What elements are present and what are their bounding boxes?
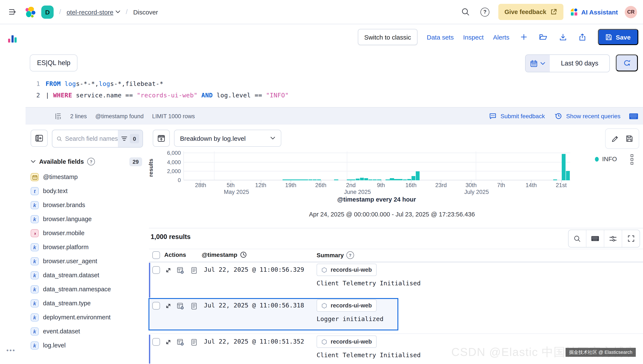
- space-badge[interactable]: D: [41, 5, 54, 18]
- field-list-item[interactable]: kdata_stream.namespace: [31, 282, 146, 296]
- histogram-bar[interactable]: [287, 180, 291, 180]
- data-sets-link[interactable]: Data sets: [427, 34, 454, 40]
- legend-options-icon[interactable]: [631, 154, 633, 164]
- code-line[interactable]: 2| WHERE service.name == "records-ui-web…: [26, 89, 643, 101]
- code-line[interactable]: 1FROM logs-*-*,logs-*,filebeat-*: [26, 78, 643, 89]
- view-document-icon[interactable]: [191, 267, 197, 274]
- keyboard-icon[interactable]: [629, 113, 638, 119]
- field-list-item[interactable]: kdata_stream.type: [31, 296, 146, 310]
- histogram-bar[interactable]: [390, 178, 394, 180]
- expand-row-icon[interactable]: [165, 339, 171, 345]
- degraded-doc-icon[interactable]: [177, 303, 184, 310]
- expand-row-icon[interactable]: [165, 303, 171, 309]
- esql-editor[interactable]: 1FROM logs-*-*,logs-*,filebeat-*2| WHERE…: [26, 78, 643, 107]
- row-checkbox[interactable]: [152, 338, 160, 346]
- histogram-bar[interactable]: [566, 171, 570, 180]
- histogram-bar[interactable]: [291, 180, 295, 180]
- save-visualization-button[interactable]: [624, 134, 634, 143]
- grid-search-button[interactable]: [568, 230, 586, 247]
- histogram-bar[interactable]: [562, 154, 566, 180]
- expand-row-icon[interactable]: [165, 267, 171, 274]
- field-filter-button[interactable]: 0: [118, 130, 143, 147]
- date-picker[interactable]: Last 90 days: [525, 54, 610, 72]
- histogram-chart[interactable]: [183, 152, 570, 180]
- field-list-item[interactable]: ◑browser.mobile: [31, 226, 146, 240]
- field-list-item[interactable]: kbrowser.platform: [31, 240, 146, 254]
- menu-toggle-button[interactable]: [6, 6, 19, 18]
- elastic-logo-icon[interactable]: [24, 6, 36, 18]
- show-recent-queries-link[interactable]: Show recent queries: [566, 113, 620, 120]
- histogram-bar[interactable]: [386, 180, 390, 180]
- chart-legend[interactable]: INFO: [595, 156, 617, 162]
- row-checkbox[interactable]: [152, 266, 160, 274]
- histogram-bar[interactable]: [360, 178, 364, 180]
- field-list-item[interactable]: kbrowser.language: [31, 212, 146, 226]
- edit-visualization-button[interactable]: [610, 134, 620, 143]
- view-document-icon[interactable]: [191, 303, 197, 310]
- histogram-bar[interactable]: [282, 180, 287, 180]
- search-button[interactable]: [459, 6, 472, 18]
- analytics-app-icon[interactable]: [8, 33, 18, 42]
- grid-fullscreen-button[interactable]: [622, 230, 639, 247]
- field-list-item[interactable]: kbrowser.user_agent: [31, 254, 146, 268]
- field-search-input[interactable]: [65, 135, 118, 142]
- ai-assistant-button[interactable]: AI Assistant: [570, 8, 618, 16]
- degraded-doc-icon[interactable]: [177, 339, 184, 346]
- download-button[interactable]: [558, 32, 568, 42]
- column-timestamp[interactable]: @timestamp: [202, 251, 247, 258]
- give-feedback-button[interactable]: Give feedback: [498, 4, 563, 20]
- open-session-button[interactable]: [538, 32, 548, 42]
- histogram-bar[interactable]: [369, 180, 373, 180]
- histogram-bar[interactable]: [377, 180, 381, 180]
- field-list-item[interactable]: kevent.dataset: [31, 324, 146, 338]
- row-checkbox[interactable]: [152, 302, 160, 310]
- field-list-item[interactable]: @timestamp: [31, 170, 146, 184]
- field-list-item[interactable]: kdeployment.environment: [31, 310, 146, 324]
- view-document-icon[interactable]: [191, 339, 197, 346]
- histogram-bar[interactable]: [300, 180, 304, 180]
- field-list-item[interactable]: kdata_stream.dataset: [31, 268, 146, 282]
- histogram-bar[interactable]: [399, 179, 403, 180]
- share-button[interactable]: [577, 32, 588, 42]
- alerts-link[interactable]: Alerts: [493, 34, 509, 40]
- select-all-checkbox[interactable]: [152, 251, 160, 259]
- rail-overflow-button[interactable]: •••: [7, 346, 16, 354]
- esql-help-button[interactable]: ES|QL help: [30, 54, 78, 72]
- histogram-bar[interactable]: [403, 180, 407, 180]
- histogram-bar[interactable]: [308, 180, 312, 180]
- histogram-bar[interactable]: [351, 180, 355, 180]
- submit-feedback-link[interactable]: Submit feedback: [500, 113, 545, 120]
- histogram-bar[interactable]: [411, 176, 415, 180]
- histogram-bar[interactable]: [394, 179, 398, 180]
- degraded-doc-icon[interactable]: [177, 267, 184, 274]
- histogram-bar[interactable]: [373, 180, 377, 180]
- breadcrumb-project-link[interactable]: otel-record-store: [67, 8, 120, 16]
- histogram-bar[interactable]: [407, 179, 411, 180]
- histogram-bar[interactable]: [317, 180, 321, 180]
- save-button[interactable]: Save: [598, 29, 638, 45]
- breakdown-select[interactable]: Breakdown by log.level: [174, 130, 281, 147]
- field-list-item[interactable]: kbrowser.brands: [31, 198, 146, 212]
- grid-display-options-button[interactable]: [604, 230, 622, 247]
- help-button[interactable]: ?: [479, 6, 491, 18]
- service-badge[interactable]: records-ui-web: [316, 299, 377, 312]
- service-badge[interactable]: records-ui-web: [316, 336, 377, 348]
- available-fields-header[interactable]: Available fields ? 29: [31, 156, 142, 168]
- table-row[interactable]: Jul 22, 2025 @ 11:00:56.318records-ui-we…: [149, 298, 643, 330]
- histogram-bar[interactable]: [334, 180, 338, 180]
- table-row[interactable]: Jul 22, 2025 @ 11:00:56.329records-ui-we…: [149, 262, 643, 298]
- refresh-button[interactable]: [616, 54, 638, 72]
- new-session-button[interactable]: [519, 32, 529, 42]
- histogram-bar[interactable]: [356, 179, 360, 180]
- histogram-bar[interactable]: [295, 180, 299, 180]
- user-avatar[interactable]: CR: [625, 6, 637, 18]
- service-badge[interactable]: records-ui-web: [316, 264, 377, 276]
- field-list-item[interactable]: klog.level: [31, 338, 146, 352]
- histogram-bar[interactable]: [312, 180, 316, 180]
- grid-keyboard-button[interactable]: [586, 230, 604, 247]
- switch-to-classic-button[interactable]: Switch to classic: [358, 29, 418, 45]
- histogram-bar[interactable]: [364, 178, 368, 180]
- histogram-bar[interactable]: [347, 180, 351, 180]
- inspect-link[interactable]: Inspect: [463, 34, 484, 40]
- time-range-value[interactable]: Last 90 days: [550, 55, 609, 72]
